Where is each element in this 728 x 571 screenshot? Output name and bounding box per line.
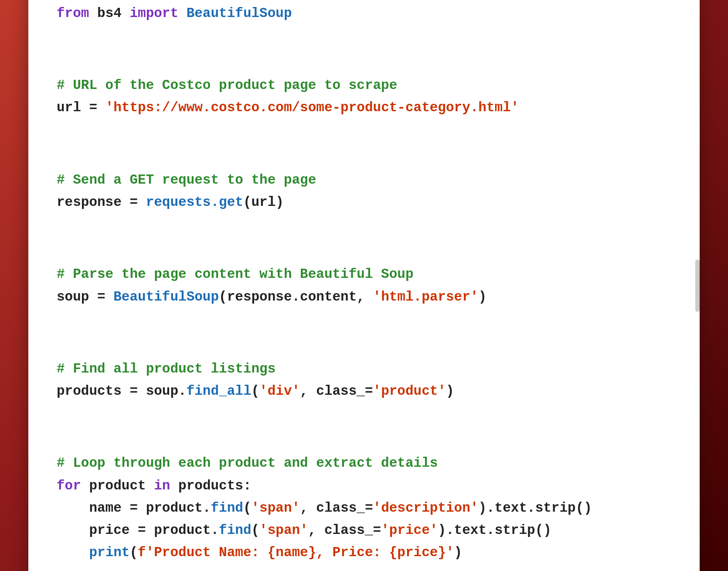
eq-op4: = xyxy=(122,383,146,399)
comment-loop: # Loop through each product and extract … xyxy=(57,455,438,471)
bs-args2: ) xyxy=(478,289,486,304)
find-func2: find xyxy=(219,523,251,538)
response-var: response xyxy=(57,195,122,210)
find-chain2: ).text.strip() xyxy=(438,523,551,538)
findall-sep: , class_= xyxy=(300,383,373,399)
url-var: url xyxy=(57,100,81,115)
print-indent xyxy=(57,545,89,560)
url-string: 'https://www.costco.com/some-product-cat… xyxy=(105,100,519,115)
div-string: 'div' xyxy=(259,383,300,399)
eq-op5: = xyxy=(122,500,146,516)
find-all-func: find_all xyxy=(187,383,252,399)
url-section: # URL of the Costco product page to scra… xyxy=(57,74,671,119)
span-string2: 'span' xyxy=(259,523,308,538)
print-func: print xyxy=(89,545,129,560)
span-string1: 'span' xyxy=(252,500,300,516)
loop-section: # Loop through each product and extract … xyxy=(57,452,671,564)
soup-findall: soup. xyxy=(146,383,187,399)
print-open: ( xyxy=(129,545,138,560)
scrollbar[interactable] xyxy=(695,260,700,312)
parser-string: 'html.parser' xyxy=(373,289,479,304)
get-section: # Send a GET request to the page respons… xyxy=(57,169,671,213)
product-find1: product. xyxy=(146,500,211,516)
eq-op3: = xyxy=(89,289,113,304)
product-find2: product. xyxy=(154,523,219,538)
eq-op1: = xyxy=(81,100,105,115)
products-var: products xyxy=(57,383,122,399)
code-card: import requests from bs4 import Beautifu… xyxy=(28,0,700,571)
fstring: f'Product Name: {name}, Price: {price}' xyxy=(138,545,454,560)
bs-args1: (response.content, xyxy=(219,289,373,304)
find-arg1a: ( xyxy=(243,500,252,516)
comment-get: # Send a GET request to the page xyxy=(57,172,316,188)
comment-find: # Find all product listings xyxy=(57,361,276,376)
find-chain1: ).text.strip() xyxy=(478,500,592,516)
price-indent: price xyxy=(57,523,129,538)
requests-get: requests.get xyxy=(146,195,243,210)
code-block: import requests from bs4 import Beautifu… xyxy=(57,0,671,571)
from-keyword: from xyxy=(57,6,89,21)
comment-parse: # Parse the page content with Beautiful … xyxy=(57,267,414,282)
comment-url: # URL of the Costco product page to scra… xyxy=(57,78,397,93)
imports-section: import requests from bs4 import Beautifu… xyxy=(57,0,671,24)
eq-op6: = xyxy=(129,523,154,538)
eq-op2: = xyxy=(122,195,146,210)
findall-arg1: ( xyxy=(251,383,259,399)
find-arg1b: , class_= xyxy=(300,500,373,516)
find-arg2b: , class_= xyxy=(308,523,381,538)
parse-section: # Parse the page content with Beautiful … xyxy=(57,263,671,308)
print-close: ) xyxy=(454,545,463,560)
beautifulsoup-call: BeautifulSoup xyxy=(113,289,219,304)
findall-section: # Find all product listings products = s… xyxy=(57,358,671,402)
in-keyword: in xyxy=(154,478,170,493)
find-func1: find xyxy=(211,500,243,516)
get-args: (url) xyxy=(243,195,284,210)
bs4-lib: bs4 xyxy=(89,6,129,21)
for-var: product xyxy=(81,478,154,493)
price-string: 'price' xyxy=(381,523,438,538)
name-indent: name xyxy=(57,500,122,516)
product-string: 'product' xyxy=(373,383,446,399)
import-keyword2: import xyxy=(129,6,178,21)
for-keyword: for xyxy=(57,478,81,493)
desc-string: 'description' xyxy=(373,500,479,516)
beautifulsoup-import: BeautifulSoup xyxy=(178,6,292,21)
soup-var: soup xyxy=(57,289,89,304)
findall-close: ) xyxy=(446,383,454,399)
for-iterable: products: xyxy=(170,478,251,493)
find-arg2a: ( xyxy=(252,523,260,538)
